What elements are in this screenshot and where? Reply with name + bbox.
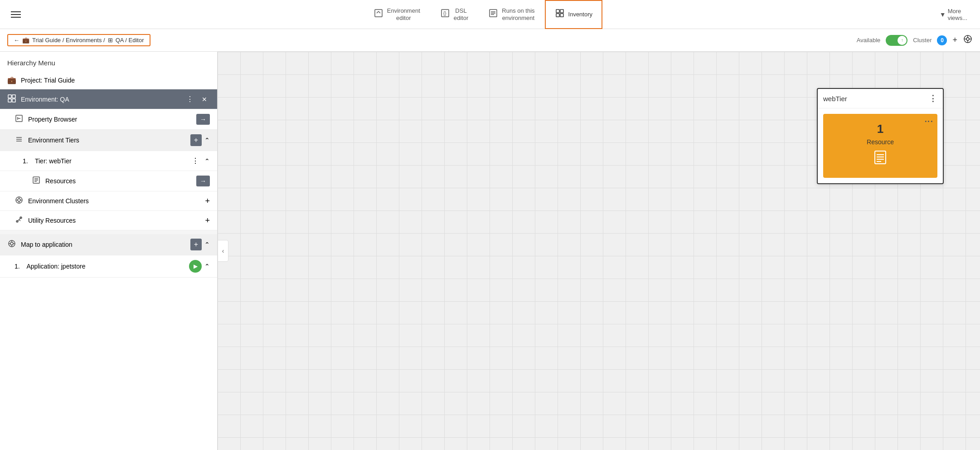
svg-rect-21 (8, 99, 11, 102)
sidebar-item-env-tiers[interactable]: Environment Tiers + ⌃ (0, 130, 217, 151)
sidebar-separator (0, 230, 217, 234)
svg-rect-0 (375, 10, 382, 17)
env-menu-icon[interactable]: ⋮ (184, 94, 196, 104)
tab-dsl-editor[interactable]: {} DSLeditor (430, 0, 479, 29)
tier-resource-box: ⋮ 1 Resource (823, 114, 937, 178)
app-jpetstore-label: 1. Application: jpetstore (15, 263, 184, 270)
env-clusters-actions: + (205, 196, 210, 206)
breadcrumb[interactable]: ← 💼 Trial Guide / Environments / ⊞ QA / … (7, 34, 150, 46)
resources-icon (32, 176, 41, 186)
sidebar-item-app-jpetstore[interactable]: 1. Application: jpetstore ▶ ⌃ (0, 255, 217, 278)
cluster-count-badge: 0 (937, 35, 947, 45)
utility-resources-icon (15, 215, 24, 225)
tier-resource-icon (872, 149, 888, 169)
more-views-button[interactable]: ▼ Moreviews... (934, 8, 973, 21)
env-collapse-icon[interactable]: ✕ (199, 95, 210, 104)
env-clusters-label: Environment Clusters (28, 197, 200, 205)
dsl-editor-icon: {} (440, 8, 450, 21)
svg-point-34 (18, 199, 20, 201)
utility-resources-label: Utility Resources (28, 217, 200, 224)
sidebar-item-resources[interactable]: Resources → (0, 171, 217, 191)
tier-resource-menu-button[interactable]: ⋮ (924, 117, 934, 127)
canvas-area: ‹ webTier ⋮ ⋮ 1 Resource (218, 52, 980, 450)
svg-rect-22 (12, 99, 15, 102)
main-layout: Hierarchy Menu 💼 Project: Trial Guide En… (0, 52, 980, 450)
property-browser-icon (15, 114, 24, 124)
cluster-label: Cluster (913, 37, 931, 44)
property-browser-label: Property Browser (28, 116, 192, 123)
available-toggle[interactable]: ↑ (886, 35, 907, 46)
map-app-add-button[interactable]: + (190, 239, 202, 250)
tab-runs-on-label: Runs on thisenvironment (502, 7, 534, 21)
breadcrumb-right: Available ↑ Cluster 0 + (857, 34, 973, 46)
app-jpetstore-play-button[interactable]: ▶ (189, 260, 202, 273)
sidebar-item-property-browser[interactable]: Property Browser → (0, 109, 217, 130)
sidebar-item-environment[interactable]: Environment: QA ⋮ ✕ (0, 89, 217, 109)
project-icon: 💼 (7, 76, 16, 84)
map-app-actions: + ⌃ (190, 239, 210, 250)
env-icon (7, 94, 16, 104)
webtier-menu-icon[interactable]: ⋮ (189, 156, 202, 166)
svg-point-44 (10, 242, 13, 245)
breadcrumb-bar: ← 💼 Trial Guide / Environments / ⊞ QA / … (0, 29, 980, 52)
resources-actions: → (196, 176, 210, 186)
env-clusters-icon (15, 196, 24, 206)
sidebar-item-env-label: Environment: QA (21, 96, 179, 103)
env-tiers-actions: + ⌃ (190, 134, 210, 146)
sidebar-item-utility-resources[interactable]: Utility Resources + (0, 211, 217, 230)
available-label: Available (857, 37, 881, 44)
env-clusters-add-button[interactable]: + (205, 196, 210, 206)
tier-card-menu-button[interactable]: ⋮ (929, 93, 937, 103)
sidebar-item-env-clusters[interactable]: Environment Clusters + (0, 191, 217, 211)
tier-card-body: ⋮ 1 Resource (818, 108, 943, 183)
svg-point-14 (966, 38, 969, 40)
collapse-sidebar-button[interactable]: ‹ (218, 240, 228, 262)
runs-on-icon (488, 8, 498, 21)
sidebar-item-webtier[interactable]: 1. Tier: webTier ⋮ ⌃ (0, 151, 217, 171)
tab-runs-on-environment[interactable]: Runs on thisenvironment (478, 0, 544, 29)
env-tiers-label: Environment Tiers (28, 137, 186, 144)
svg-rect-9 (556, 10, 559, 13)
webtier-label: 1. Tier: webTier (23, 157, 184, 165)
cluster-add-button[interactable]: + (952, 35, 957, 45)
map-app-collapse[interactable]: ⌃ (204, 241, 210, 248)
breadcrumb-env-icon: ⊞ (108, 37, 113, 44)
svg-rect-12 (560, 14, 563, 17)
env-actions: ⋮ ✕ (184, 94, 210, 104)
map-app-icon (7, 240, 16, 249)
dropdown-arrow-icon: ▼ (940, 11, 946, 18)
resources-arrow[interactable]: → (196, 176, 210, 186)
property-browser-arrow[interactable]: → (196, 114, 210, 125)
utility-resources-actions: + (205, 216, 210, 225)
tab-inventory-label: Inventory (568, 11, 592, 18)
back-icon[interactable]: ← (14, 37, 19, 44)
tier-card-header: webTier ⋮ (818, 89, 943, 108)
app-jpetstore-collapse[interactable]: ⌃ (204, 263, 210, 270)
tab-environment-editor[interactable]: Environmenteditor (364, 0, 430, 29)
sidebar-item-project[interactable]: 💼 Project: Trial Guide (0, 71, 217, 89)
env-tiers-add-button[interactable]: + (190, 134, 202, 146)
breadcrumb-path: Trial Guide / Environments / (32, 37, 105, 44)
toggle-knob: ↑ (898, 36, 907, 45)
hamburger-button[interactable] (7, 8, 24, 21)
sidebar-item-map-application[interactable]: Map to application + ⌃ (0, 234, 217, 255)
tab-inventory[interactable]: Inventory (545, 0, 602, 29)
tab-dsl-editor-label: DSLeditor (454, 7, 469, 21)
cluster-icon[interactable] (963, 34, 973, 46)
briefcase-icon: 💼 (22, 37, 29, 44)
sidebar-item-project-label: Project: Trial Guide (21, 77, 210, 84)
webtier-actions: ⋮ ⌃ (189, 156, 210, 166)
top-nav: Environmenteditor {} DSLeditor (0, 0, 980, 29)
utility-resources-add-button[interactable]: + (205, 216, 210, 225)
tier-resource-count: 1 (877, 123, 883, 135)
breadcrumb-env: QA / Editor (116, 37, 144, 44)
svg-rect-20 (12, 95, 15, 98)
webtier-collapse[interactable]: ⌃ (204, 157, 210, 165)
env-tiers-collapse[interactable]: ⌃ (204, 137, 210, 144)
svg-rect-10 (560, 10, 563, 13)
svg-rect-19 (8, 95, 11, 98)
property-browser-actions: → (196, 114, 210, 125)
tier-card-title: webTier (823, 95, 847, 103)
resources-label: Resources (45, 177, 192, 185)
env-tiers-icon (15, 135, 24, 145)
